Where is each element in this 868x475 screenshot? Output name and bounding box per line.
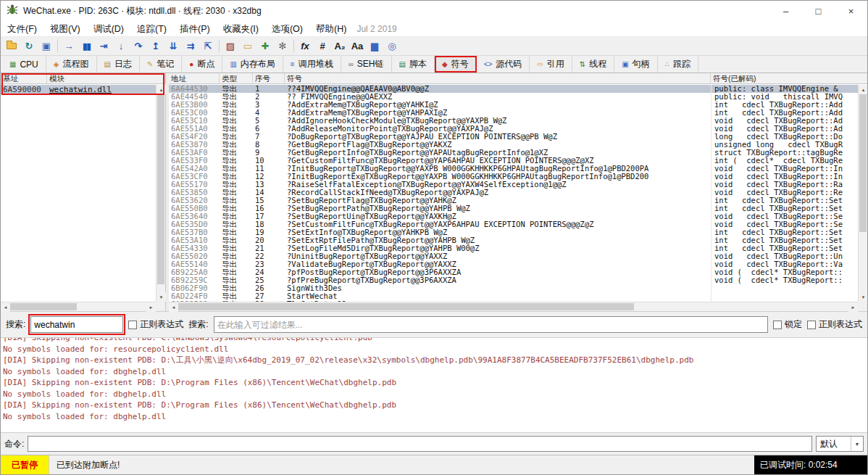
maximize-icon[interactable]: □ xyxy=(802,1,835,21)
scroll-thumb[interactable] xyxy=(178,303,634,310)
scroll-down-icon[interactable]: ▼ xyxy=(859,292,868,302)
animate-over-button[interactable]: ⇉ xyxy=(182,38,199,54)
run-button[interactable]: → xyxy=(60,38,78,54)
open-file-button[interactable] xyxy=(3,38,20,54)
scroll-left-icon[interactable]: ◄ xyxy=(1,302,10,312)
tab-trace[interactable]: ∴跟踪 xyxy=(658,56,698,73)
modules-vertical-scrollbar[interactable]: ▲ ▼ xyxy=(156,85,165,302)
symbol-row[interactable]: 6AE53CF0导出12?InitBugReportEx@TXBugReport… xyxy=(169,173,858,181)
symbol-row[interactable]: 6AE542A0导出11?InitBugReport@TXBugReport@@… xyxy=(169,165,858,173)
symbol-row[interactable]: 6AE53C10导出5?AddIgnoreHookCheckModule@TXB… xyxy=(169,117,858,125)
dropdown-arrow-icon[interactable]: ▼ xyxy=(851,437,863,451)
symbol-row[interactable]: 6AE551A0导出6?AddReleaseMonitorPoint@TXBug… xyxy=(169,125,858,133)
scroll-track[interactable] xyxy=(157,94,165,292)
menu-item-2[interactable]: 调试(D) xyxy=(87,21,130,36)
symbol-row[interactable]: 6AE55170导出13?RaiseSelfFatalException@TXB… xyxy=(169,181,858,189)
tab-log[interactable]: ▤日志 xyxy=(97,56,140,73)
lock-checkbox[interactable] xyxy=(773,321,782,329)
menu-item-4[interactable]: 插件(P) xyxy=(173,21,217,36)
module-search-input[interactable] xyxy=(30,316,123,333)
assembler-button[interactable]: A₂ xyxy=(331,38,349,54)
symbol-row[interactable]: 6AE550B0导出16?SetBugReportPath@TXBugRepor… xyxy=(169,205,858,212)
symbol-row[interactable]: 6AE53B00导出3?AddExtraMem@TXBugReport@@YAH… xyxy=(169,101,858,109)
calculator-fx-button[interactable]: fx xyxy=(296,38,314,54)
tab-memory-map[interactable]: ▥内存布局 xyxy=(222,56,283,73)
symbol-row[interactable]: 6AE55020导出22?UninitBugReport@TXBugReport… xyxy=(169,252,858,260)
symbol-row[interactable]: 6B062F90导出26SignWith3Des xyxy=(169,284,858,292)
scroll-track[interactable] xyxy=(859,94,867,292)
menu-item-0[interactable]: 文件(F) xyxy=(1,21,43,36)
command-input[interactable] xyxy=(28,436,812,452)
symbol-row[interactable]: 6AE53640导出17?SetBugReportUin@TXBugReport… xyxy=(169,212,858,220)
tab-call-stack[interactable]: ≡调用堆栈 xyxy=(283,56,341,73)
symbol-row[interactable]: 6AD224F0导出27StartWechat xyxy=(169,292,858,300)
menu-item-7[interactable]: 帮助(H) xyxy=(309,21,353,36)
modules-horizontal-scrollbar[interactable]: ◄ ► xyxy=(1,302,156,311)
scroll-track[interactable] xyxy=(10,302,146,311)
settings-button[interactable]: ✻ xyxy=(274,38,291,54)
tab-handles[interactable]: ▣句柄 xyxy=(614,56,657,73)
lock-checkbox-group[interactable]: 锁定 xyxy=(773,318,802,331)
symbol-row[interactable]: 6AE53C00导出4?AddExtraMem@TXBugReport@@YAH… xyxy=(169,109,858,117)
step-over-button[interactable]: ↷ xyxy=(130,38,147,54)
scroll-thumb[interactable] xyxy=(157,94,164,284)
font-button[interactable]: Aa xyxy=(349,38,366,54)
menu-item-6[interactable]: 选项(O) xyxy=(265,21,309,36)
scroll-up-icon[interactable]: ▲ xyxy=(157,85,166,94)
tab-cpu[interactable]: ▦CPU xyxy=(2,56,46,73)
scroll-down-icon[interactable]: ▼ xyxy=(157,292,166,302)
restart-button[interactable]: ↻ xyxy=(20,38,38,54)
symbol-row[interactable]: 6AE54F20导出7?DoBugReport@TXBugReport@@YAJ… xyxy=(169,133,858,141)
comments-button[interactable]: ▭ xyxy=(239,38,256,54)
symbol-row[interactable]: 6AE53870导出8?GetBugReportFlag@TXBugReport… xyxy=(169,141,858,149)
symbols-vertical-scrollbar[interactable]: ▲ ▼ xyxy=(858,85,867,302)
regex-checkbox-group[interactable]: 正则表达式 xyxy=(128,318,183,331)
tab-script[interactable]: ▤脚本 xyxy=(392,56,435,73)
symbol-row[interactable]: 6AE53A10导出20?SetExtRptFilePath@TXBugRepo… xyxy=(169,236,858,244)
symbol-row[interactable]: 6AE537B0导出19?SetExtInfo@TXBugReport@@YAH… xyxy=(169,228,858,236)
animate-into-button[interactable]: ⇊ xyxy=(164,38,182,54)
patches-button[interactable]: ▨ xyxy=(222,38,239,54)
command-profile-dropdown[interactable]: 默认 ▼ xyxy=(816,436,864,452)
menu-item-3[interactable]: 追踪(T) xyxy=(130,21,173,36)
tab-source[interactable]: <>源代码 xyxy=(477,56,530,73)
pause-button[interactable]: ▮▮ xyxy=(78,38,95,54)
memory-search-button[interactable]: ◎ xyxy=(383,38,401,54)
symbol-row[interactable]: 6AE54330导出21?SetLogFileMd5Dir@TXBugRepor… xyxy=(169,244,858,252)
inject-button[interactable]: ✚ xyxy=(256,38,274,54)
execute-till-return-button[interactable]: ↥ xyxy=(147,38,164,54)
symbol-row[interactable]: 6B9225A0导出24?pfPostBugReport@TXBugReport… xyxy=(169,268,858,276)
chart-button[interactable]: ▆ xyxy=(366,38,383,54)
symbol-row[interactable]: 6AE53620导出15?SetBugReportFlag@TXBugRepor… xyxy=(169,197,858,205)
minimize-icon[interactable]: – xyxy=(769,1,802,21)
step-into-button[interactable]: ↓ xyxy=(112,38,130,54)
tab-notes[interactable]: ✎笔记 xyxy=(140,56,182,73)
symbol-row[interactable]: 6AE53850导出14?RecordCallStackIfNeed@TXBug… xyxy=(169,189,858,197)
regex2-checkbox[interactable] xyxy=(807,321,816,329)
tab-threads[interactable]: ⇅线程 xyxy=(572,56,614,73)
tab-seh-chain[interactable]: ∞SEH链 xyxy=(341,56,392,73)
symbol-search-input[interactable] xyxy=(214,316,768,333)
symbol-row[interactable]: 6B92259C导出25?pfPreBugReport@TXBugReport@… xyxy=(169,276,858,284)
tab-symbols[interactable]: ◆符号 xyxy=(435,56,477,73)
tab-graph[interactable]: ◈流程图 xyxy=(46,56,97,73)
scroll-track[interactable] xyxy=(178,302,848,311)
symbol-row[interactable]: 6AE44540导出2??_FIMVQQEngine@@QAEXXZpublic… xyxy=(169,93,858,101)
symbol-row[interactable]: 6A644530导出1??4IMVQQEngine@@QAEAAV0@ABV0@… xyxy=(169,85,858,93)
menu-item-5[interactable]: 收藏夹(I) xyxy=(217,21,265,36)
symbol-row[interactable]: 6AE55140导出23?ValidateBugReport@TXBugRepo… xyxy=(169,260,858,268)
regex-checkbox[interactable] xyxy=(128,321,137,329)
close-icon[interactable]: × xyxy=(835,1,867,21)
scroll-up-icon[interactable]: ▲ xyxy=(859,85,868,94)
run-to-user-code-button[interactable]: ⇥ xyxy=(95,38,112,54)
scroll-right-icon[interactable]: ► xyxy=(848,302,858,312)
scroll-thumb[interactable] xyxy=(10,303,77,310)
attach-button[interactable]: ⇱ xyxy=(199,38,217,54)
symbol-row[interactable]: 6AE533F0导出10?GetCustomFiltFunc@TXBugRepo… xyxy=(169,157,858,165)
scroll-thumb[interactable] xyxy=(859,94,867,232)
symbols-horizontal-scrollbar[interactable]: ◄ ► xyxy=(169,302,858,311)
scroll-left-icon[interactable]: ◄ xyxy=(169,302,178,312)
tab-breakpoints[interactable]: ●断点 xyxy=(182,56,222,73)
symbol-row[interactable]: 6AE53AF0导出9?GetBugReportInfo@TXBugReport… xyxy=(169,149,858,157)
scroll-right-icon[interactable]: ► xyxy=(146,302,156,312)
